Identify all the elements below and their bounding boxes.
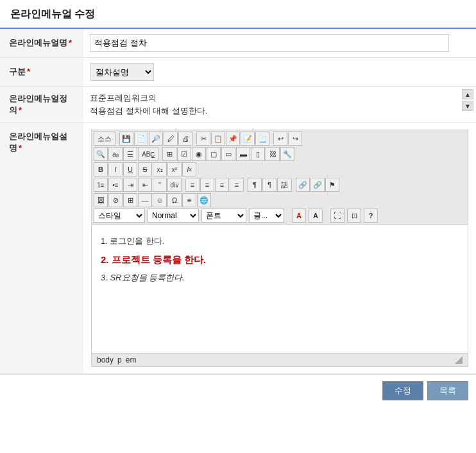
description-label: 온라인메뉴얼설명* (0, 123, 83, 374)
font-select[interactable]: 폰트 Arial 맑은 고딕 (201, 209, 246, 223)
ab-btn[interactable]: aᵦ (108, 147, 123, 161)
bold-btn[interactable]: B (94, 162, 108, 176)
required-mark2: * (27, 67, 30, 76)
link-btn[interactable]: 🔗 (296, 178, 310, 192)
img-upload-btn[interactable]: ⛓ (266, 147, 280, 161)
strike-btn[interactable]: S (138, 162, 152, 176)
source-btn[interactable]: 소스 (94, 132, 115, 146)
blockquote-btn[interactable]: " (153, 178, 167, 192)
unlink-btn[interactable]: 🔗 (310, 178, 325, 192)
category-label: 구분* (0, 58, 83, 87)
name-input-cell (83, 29, 476, 58)
clear-format-btn[interactable]: Ix (182, 162, 196, 176)
table3-btn[interactable]: ⊞ (123, 193, 137, 207)
ul-btn[interactable]: •≡ (108, 178, 123, 192)
table-btn[interactable]: ⊞ (162, 147, 176, 161)
status-tag-body[interactable]: body (97, 355, 114, 364)
spell-btn[interactable]: ABC̲ (138, 147, 158, 161)
replace-btn[interactable]: 🖊 (164, 132, 178, 146)
toolbar-row-5: 🖼 ⊘ ⊞ — ☺ Ω ≡ 🌐 (94, 193, 466, 207)
align-right-btn[interactable]: ≡ (215, 178, 229, 192)
content-line-3: 3. SR요청을 등록한다. (101, 271, 459, 285)
definition-input-cell: 표준프레임워크의적용점검 절차에 대해 설명한다. ▲ ▼ (83, 87, 476, 123)
name-input[interactable] (90, 34, 449, 52)
tool-btn[interactable]: 🔧 (280, 147, 294, 161)
btn-btn[interactable]: ▯ (251, 147, 265, 161)
special-char-btn[interactable]: Ω (167, 193, 182, 207)
definition-label: 온라인메뉴얼정의* (0, 87, 83, 123)
status-tag-em[interactable]: em (126, 355, 137, 364)
toolbar-row-3: B I U S x₂ x² Ix (94, 162, 466, 176)
sub-btn[interactable]: x₂ (153, 162, 167, 176)
status-tags: body p em (97, 355, 136, 364)
editor-toolbar: 소스 💾 📄 🔎 🖊 🖨 ✂ 📋 📌 📝 � (92, 130, 468, 225)
underline-btn[interactable]: U (123, 162, 137, 176)
list-button[interactable]: 목록 (427, 381, 468, 400)
definition-area: 표준프레임워크의적용점검 절차에 대해 설명한다. ▲ ▼ (83, 87, 476, 122)
definition-text: 표준프레임워크의적용점검 절차에 대해 설명한다. (90, 92, 457, 117)
find-btn[interactable]: 🔎 (149, 132, 163, 146)
align-center-btn[interactable]: ≡ (200, 178, 214, 192)
outdent-btn[interactable]: ⇤ (138, 178, 152, 192)
redo-btn[interactable]: ↪ (288, 132, 302, 146)
sup-btn[interactable]: x² (167, 162, 182, 176)
copy-btn[interactable]: 📋 (211, 132, 225, 146)
bidi-rtl-btn[interactable]: ¶ (262, 178, 276, 192)
textarea-btn[interactable]: ▬ (236, 147, 250, 161)
save-btn[interactable]: 💾 (119, 132, 133, 146)
cut-btn[interactable]: ✂ (196, 132, 210, 146)
radio-btn[interactable]: ◉ (192, 147, 206, 161)
scroll-down-btn[interactable]: ▼ (462, 101, 473, 111)
font-color-btn[interactable]: A (292, 209, 306, 223)
paste-word-btn[interactable]: 📃 (255, 132, 269, 146)
editor-cell: 소스 💾 📄 🔎 🖊 🖨 ✂ 📋 📌 📝 � (83, 123, 476, 374)
description-row: 온라인메뉴얼설명* 소스 💾 📄 🔎 🖊 🖨 (0, 123, 476, 374)
category-select[interactable]: 절차설명 개념설명 기타 (90, 63, 154, 81)
new-btn[interactable]: 📄 (134, 132, 148, 146)
editor-content[interactable]: 1. 로그인을 한다. 2. 프로젝트 등록을 한다. 3. SR요청을 등록한… (92, 225, 468, 353)
undo-btn[interactable]: ↩ (273, 132, 287, 146)
editor-status: body p em (92, 353, 468, 366)
fullscreen-btn[interactable]: ⛶ (330, 209, 344, 223)
search-btn[interactable]: 🔍 (94, 147, 108, 161)
help-btn[interactable]: ? (364, 209, 378, 223)
image-btn[interactable]: 🖼 (94, 193, 108, 207)
toolbar-row-2: 🔍 aᵦ ☰ ABC̲ ⊞ ☑ ◉ ▢ ▭ ▬ ▯ ⛓ (94, 147, 466, 161)
bg-color-btn[interactable]: A (309, 209, 323, 223)
toolbar-row-6: 스타일 Paragraph Heading 1 Normal Heading 1… (94, 209, 466, 223)
resize-btn[interactable]: ⊡ (347, 209, 361, 223)
flash-btn[interactable]: ⊘ (108, 193, 123, 207)
list-style-btn[interactable]: ☰ (123, 147, 137, 161)
check-btn[interactable]: ☑ (177, 147, 191, 161)
align-justify-btn[interactable]: ≡ (230, 178, 244, 192)
status-tag-p[interactable]: p (117, 355, 122, 364)
scroll-arrows: ▲ ▼ (462, 89, 473, 111)
div-btn[interactable]: div (167, 178, 182, 192)
paste-btn[interactable]: 📌 (226, 132, 240, 146)
format-select[interactable]: Normal Heading 1 Heading 2 (148, 209, 199, 223)
indent-btn[interactable]: ⇥ (123, 178, 137, 192)
size-select[interactable]: 글... 10 12 14 (249, 209, 284, 223)
print-btn[interactable]: 🖨 (178, 132, 192, 146)
anchor-btn[interactable]: ⚑ (325, 178, 339, 192)
required-mark4: * (19, 143, 22, 153)
ol-btn[interactable]: 1≡ (94, 178, 108, 192)
align-left-btn[interactable]: ≡ (185, 178, 200, 192)
edit-button[interactable]: 수정 (382, 381, 423, 400)
paste-text-btn[interactable]: 📝 (241, 132, 255, 146)
emoji-btn[interactable]: ☺ (153, 193, 167, 207)
style-select[interactable]: 스타일 Paragraph Heading 1 (94, 209, 145, 223)
lang-btn[interactable]: 話 (277, 178, 292, 192)
select-btn[interactable]: ▭ (221, 147, 235, 161)
input-btn[interactable]: ▢ (207, 147, 221, 161)
iframe-btn[interactable]: 🌐 (197, 193, 211, 207)
toolbar-row-1: 소스 💾 📄 🔎 🖊 🖨 ✂ 📋 📌 📝 � (94, 132, 466, 146)
scroll-up-btn[interactable]: ▲ (462, 89, 473, 99)
content-line-2: 2. 프로젝트 등록을 한다. (101, 252, 459, 268)
bottom-buttons: 수정 목록 (0, 374, 476, 407)
bidi-ltr-btn[interactable]: ¶ (248, 178, 262, 192)
hr-btn[interactable]: — (138, 193, 152, 207)
resize-handle[interactable] (455, 356, 463, 364)
template-btn[interactable]: ≡ (182, 193, 196, 207)
italic-btn[interactable]: I (108, 162, 123, 176)
